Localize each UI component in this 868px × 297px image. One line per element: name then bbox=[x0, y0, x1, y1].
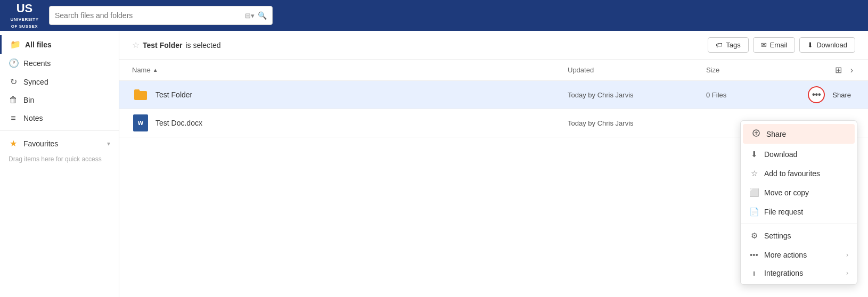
dropdown-item-file-request[interactable]: 📄 File request bbox=[741, 202, 857, 221]
col-size-header[interactable]: Size bbox=[706, 66, 791, 74]
star-icon: ★ bbox=[9, 138, 18, 148]
header: US UNIVERSITYOF SUSSEX ⊟▾ 🔍 bbox=[0, 0, 868, 31]
download-icon: ⬇ bbox=[807, 41, 813, 49]
file-list-header: Name ▲ Updated Size ⊞ › bbox=[119, 60, 868, 81]
sidebar-item-bin[interactable]: 🗑 Bin bbox=[0, 91, 119, 109]
sort-asc-icon: ▲ bbox=[153, 67, 158, 73]
more-icon: ••• bbox=[749, 250, 759, 259]
chevron-down-icon: ▾ bbox=[107, 140, 110, 147]
col-updated-header[interactable]: Updated bbox=[568, 66, 706, 74]
dropdown-item-settings[interactable]: ⚙ Settings bbox=[741, 226, 857, 245]
dropdown-label-add-favourites: Add to favourites bbox=[764, 169, 820, 178]
download-icon: ⬇ bbox=[749, 150, 759, 159]
sidebar-label-bin: Bin bbox=[23, 96, 34, 104]
sidebar-label-recents: Recents bbox=[23, 59, 51, 68]
sync-icon: ↻ bbox=[9, 77, 18, 87]
logo-us: US bbox=[10, 2, 38, 15]
folder-icon: 📁 bbox=[10, 39, 20, 50]
dropdown-label-settings: Settings bbox=[764, 232, 791, 240]
folder-file-icon bbox=[132, 86, 149, 103]
col-actions-header: ⊞ › bbox=[791, 64, 855, 76]
tags-button[interactable]: 🏷 Tags bbox=[708, 37, 748, 53]
dropdown-label-integrations: Integrations bbox=[764, 269, 803, 277]
file-size-test-folder: 0 Files bbox=[706, 91, 791, 99]
tag-icon: 🏷 bbox=[716, 41, 723, 49]
sidebar-item-synced[interactable]: ↻ Synced bbox=[0, 72, 119, 91]
context-menu: Share ⬇ Download ☆ Add to favourites bbox=[740, 120, 857, 285]
col-name-label: Name bbox=[132, 66, 151, 74]
dropdown-label-more-actions: More actions bbox=[764, 251, 807, 259]
download-button[interactable]: ⬇ Download bbox=[799, 37, 855, 53]
file-request-icon: 📄 bbox=[749, 207, 759, 217]
sidebar-item-all-files[interactable]: 📁 All files bbox=[0, 35, 119, 54]
integrations-icon: i bbox=[749, 269, 759, 277]
content-toolbar: ☆ Test Folder is selected 🏷 Tags ✉ Email… bbox=[119, 31, 868, 60]
file-actions-test-folder: ••• Share bbox=[791, 86, 855, 103]
expand-button[interactable]: › bbox=[848, 64, 855, 76]
col-updated-label: Updated bbox=[568, 66, 594, 74]
selected-text: is selected bbox=[185, 41, 220, 50]
main-layout: 📁 All files 🕐 Recents ↻ Synced 🗑 Bin ≡ N… bbox=[0, 31, 868, 297]
dropdown-item-more-actions[interactable]: ••• More actions › bbox=[741, 245, 857, 264]
bin-icon: 🗑 bbox=[9, 95, 18, 105]
col-name-header[interactable]: Name ▲ bbox=[132, 66, 568, 74]
sidebar-label-notes: Notes bbox=[23, 114, 43, 122]
file-name-test-folder: Test Folder bbox=[155, 90, 568, 99]
gear-icon: ⚙ bbox=[749, 231, 759, 241]
dropdown-item-download[interactable]: ⬇ Download bbox=[741, 145, 857, 164]
word-file-icon: W bbox=[132, 114, 149, 131]
email-label: Email bbox=[770, 41, 788, 49]
table-row[interactable]: Test Folder Today by Chris Jarvis 0 File… bbox=[119, 81, 868, 109]
share-icon bbox=[751, 129, 761, 139]
sidebar-label-all-files: All files bbox=[25, 40, 52, 49]
file-updated-test-doc: Today by Chris Jarvis bbox=[568, 119, 706, 127]
chevron-right-icon: › bbox=[846, 251, 848, 259]
search-input[interactable] bbox=[55, 11, 245, 20]
dropdown-label-move-copy: Move or copy bbox=[764, 188, 809, 197]
email-button[interactable]: ✉ Email bbox=[753, 37, 796, 53]
search-bar[interactable]: ⊟▾ 🔍 bbox=[49, 6, 273, 25]
logo-subtitle: UNIVERSITYOF SUSSEX bbox=[10, 17, 38, 29]
star-empty-icon: ☆ bbox=[132, 40, 140, 50]
email-icon: ✉ bbox=[761, 41, 767, 49]
file-updated-test-folder: Today by Chris Jarvis bbox=[568, 91, 706, 99]
dropdown-item-share[interactable]: Share bbox=[743, 124, 855, 144]
search-icon[interactable]: 🔍 bbox=[258, 11, 267, 20]
star-outline-icon: ☆ bbox=[749, 169, 759, 178]
sidebar: 📁 All files 🕐 Recents ↻ Synced 🗑 Bin ≡ N… bbox=[0, 31, 119, 297]
sidebar-label-synced: Synced bbox=[23, 78, 48, 86]
sidebar-label-favourites: Favourites bbox=[23, 139, 58, 148]
dropdown-label-share: Share bbox=[766, 130, 786, 138]
sidebar-item-notes[interactable]: ≡ Notes bbox=[0, 109, 119, 127]
download-label: Download bbox=[816, 41, 847, 49]
logo: US UNIVERSITYOF SUSSEX bbox=[9, 2, 40, 29]
dropdown-label-download: Download bbox=[764, 150, 797, 159]
col-size-label: Size bbox=[706, 66, 719, 74]
tags-label: Tags bbox=[726, 41, 740, 49]
share-button[interactable]: Share bbox=[828, 89, 855, 101]
dropdown-item-integrations[interactable]: i Integrations › bbox=[741, 264, 857, 282]
copy-icon: ⬜ bbox=[749, 188, 759, 197]
clock-icon: 🕐 bbox=[9, 58, 18, 68]
more-options-button[interactable]: ••• bbox=[808, 86, 825, 103]
file-name-test-doc: Test Doc.docx bbox=[155, 119, 568, 127]
content-area: ☆ Test Folder is selected 🏷 Tags ✉ Email… bbox=[119, 31, 868, 297]
dropdown-item-move-copy[interactable]: ⬜ Move or copy bbox=[741, 183, 857, 202]
grid-view-button[interactable]: ⊞ bbox=[833, 64, 844, 76]
drag-hint: Drag items here for quick access bbox=[0, 153, 119, 168]
menu-divider bbox=[741, 224, 857, 224]
selected-folder-name: Test Folder bbox=[143, 41, 182, 50]
action-buttons: 🏷 Tags ✉ Email ⬇ Download bbox=[708, 37, 855, 53]
sidebar-item-favourites[interactable]: ★ Favourites ▾ bbox=[0, 134, 119, 153]
chevron-right-icon-2: › bbox=[846, 269, 848, 277]
dropdown-label-file-request: File request bbox=[764, 208, 803, 216]
selection-info: ☆ Test Folder is selected bbox=[132, 40, 221, 50]
sidebar-item-recents[interactable]: 🕐 Recents bbox=[0, 54, 119, 72]
notes-icon: ≡ bbox=[9, 113, 18, 123]
dropdown-item-add-favourites[interactable]: ☆ Add to favourites bbox=[741, 164, 857, 183]
filter-icon[interactable]: ⊟▾ bbox=[245, 12, 255, 20]
